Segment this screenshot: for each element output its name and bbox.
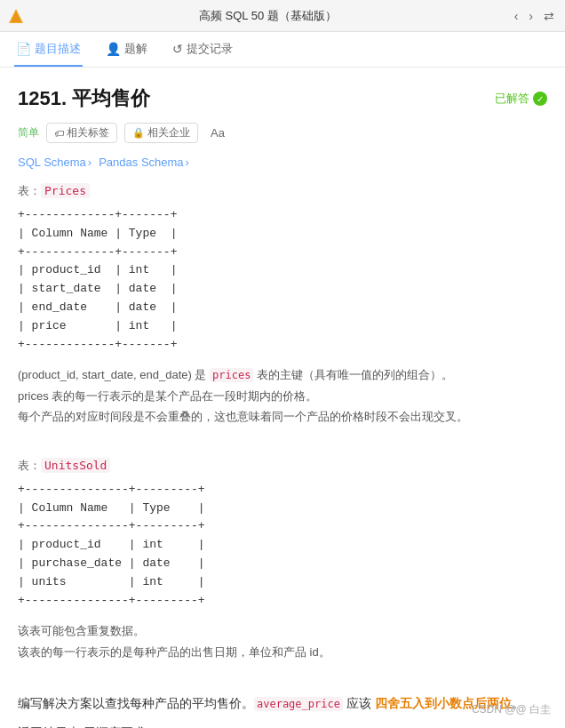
footer-watermark: CSDN @@ 白圭 — [472, 702, 551, 717]
prices-mono: prices — [210, 368, 253, 382]
related-companies-button[interactable]: 🔒 相关企业 — [124, 123, 198, 143]
return-text: 返回结果表 无顺序要求 。 — [18, 722, 547, 728]
sql-schema-link[interactable]: SQL Schema › — [18, 156, 92, 169]
tabbar: 📄 题目描述 👤 题解 ↺ 提交记录 — [0, 32, 565, 68]
average-price-mono: average_price — [254, 697, 343, 711]
tab-description[interactable]: 📄 题目描述 — [14, 32, 83, 67]
lock-icon: 🔒 — [132, 127, 145, 139]
prices-table-label: 表：Prices — [18, 183, 547, 199]
solution-icon: 👤 — [106, 42, 121, 56]
tab-solution-label: 题解 — [124, 41, 147, 57]
check-circle-icon: ✓ — [533, 92, 547, 106]
question-text: 编写解决方案以查找每种产品的平均售价。average_price 应该 四舍五入… — [18, 692, 547, 715]
sql-schema-arrow-icon: › — [88, 156, 92, 169]
app-logo — [7, 7, 25, 25]
prices-code-table: +-------------+-------+ | Column Name | … — [18, 206, 547, 354]
titlebar-navigation: ‹ › ⇄ — [511, 7, 558, 25]
section-spacer-1 — [18, 442, 547, 458]
related-tags-button[interactable]: 🏷 相关标签 — [46, 123, 117, 143]
prices-table-name: Prices — [41, 183, 90, 198]
unitssold-table-label: 表：UnitsSold — [18, 458, 547, 474]
titlebar: 高频 SQL 50 题（基础版） ‹ › ⇄ — [0, 0, 565, 32]
problem-title: 1251. 平均售价 — [18, 85, 150, 112]
tag-icon: 🏷 — [54, 128, 64, 139]
tags-row: 简单 🏷 相关标签 🔒 相关企业 Aa — [18, 123, 547, 143]
difficulty-tag: 简单 — [18, 125, 39, 140]
pandas-schema-arrow-icon: › — [186, 156, 189, 169]
pandas-schema-link[interactable]: Pandas Schema › — [99, 156, 189, 169]
prev-button[interactable]: ‹ — [511, 7, 522, 25]
solved-badge: 已解答 ✓ — [495, 91, 547, 107]
description-icon: 📄 — [16, 42, 31, 56]
unitssold-code-table: +---------------+---------+ | Column Nam… — [18, 481, 547, 611]
related-companies-label: 相关企业 — [147, 125, 190, 140]
schema-row: SQL Schema › Pandas Schema › — [18, 156, 547, 169]
tab-description-label: 题目描述 — [35, 41, 81, 57]
next-button[interactable]: › — [525, 7, 537, 25]
solved-label: 已解答 — [495, 91, 529, 107]
history-icon: ↺ — [172, 42, 183, 56]
main-content: 1251. 平均售价 已解答 ✓ 简单 🏷 相关标签 🔒 相关企业 Aa SQL… — [0, 68, 565, 728]
prices-description: (product_id, start_date, end_date) 是 pri… — [18, 364, 547, 427]
tab-history-label: 提交记录 — [187, 41, 233, 57]
unitssold-description: 该表可能包含重复数据。 该表的每一行表示的是每种产品的出售日期，单位和产品 id… — [18, 620, 547, 662]
unitssold-table-name: UnitsSold — [41, 458, 110, 473]
tab-history[interactable]: ↺ 提交记录 — [171, 32, 235, 67]
shuffle-button[interactable]: ⇄ — [540, 7, 558, 25]
problem-title-row: 1251. 平均售价 已解答 ✓ — [18, 85, 547, 112]
font-size-button[interactable]: Aa — [205, 124, 230, 141]
section-spacer-2 — [18, 676, 547, 692]
related-tags-label: 相关标签 — [67, 125, 109, 140]
tab-solution[interactable]: 👤 题解 — [104, 32, 149, 67]
titlebar-title: 高频 SQL 50 题（基础版） — [32, 8, 504, 24]
